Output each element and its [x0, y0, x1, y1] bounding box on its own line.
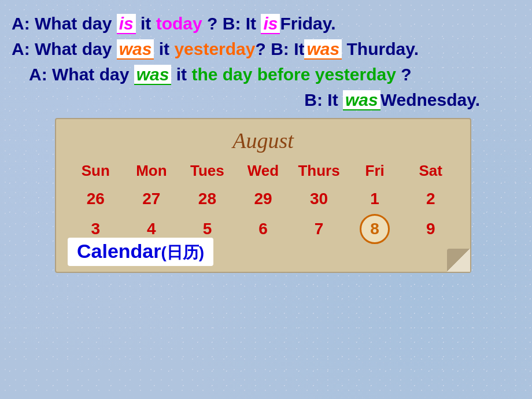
keyword-yesterday: yesterday	[174, 39, 255, 58]
line4-suffix1: Wednesday.	[380, 90, 480, 109]
cal-day-6: 6	[235, 215, 291, 243]
cal-day-2: 2	[402, 185, 459, 213]
fill-was-3: was	[134, 65, 172, 85]
main-content: A: What day is it today ? B: It isFriday…	[0, 0, 532, 279]
calendar-wrapper: August Sun Mon Tues Wed Thurs Fri Sat 26…	[55, 118, 471, 273]
line2-suffix2: Thurday.	[342, 39, 419, 58]
dialog-section: A: What day is it today ? B: It isFriday…	[12, 12, 515, 112]
line1-middle1: it	[136, 14, 156, 33]
cal-day-7: 7	[291, 215, 347, 243]
keyword-daybefore: the day before yesterday	[191, 65, 396, 84]
line2-suffix1: ? B: It	[256, 39, 305, 58]
line1-prefix: A: What day	[12, 14, 117, 33]
calendar-grid: Sun Mon Tues Wed Thurs Fri Sat 26 27 28 …	[68, 159, 459, 243]
calendar-label: Calendar(日历)	[68, 238, 213, 266]
cal-day-1: 1	[347, 185, 403, 213]
calendar-title: August	[68, 128, 459, 153]
fill-was-2: was	[304, 39, 342, 60]
calendar-label-english: Calendar	[77, 240, 161, 262]
line2-middle1: it	[154, 39, 174, 58]
cal-day-30: 30	[291, 185, 347, 213]
calendar-label-text: Calendar(日历)	[77, 240, 204, 262]
calendar: August Sun Mon Tues Wed Thurs Fri Sat 26…	[55, 118, 471, 273]
calendar-label-chinese: (日历)	[161, 243, 205, 261]
dialog-line-3: A: What day was it the day before yester…	[12, 62, 515, 87]
cal-day-27: 27	[124, 185, 180, 213]
cal-header-sat: Sat	[402, 159, 459, 183]
cal-day-9: 9	[402, 215, 459, 243]
line1-suffix2: Friday.	[280, 14, 335, 33]
dialog-line-4: B: It wasWednesday.	[12, 88, 515, 112]
line2-prefix: A: What day	[12, 39, 117, 58]
line3-middle1: it	[171, 65, 191, 84]
keyword-today: today	[156, 14, 202, 33]
fill-was-4: was	[343, 90, 380, 110]
fill-is-2: is	[261, 14, 280, 34]
dialog-line-1: A: What day is it today ? B: It isFriday…	[12, 12, 515, 36]
dialog-line-2: A: What day was it yesterday? B: Itwas T…	[12, 37, 515, 61]
fill-was-1: was	[117, 39, 154, 60]
line3-prefix: A: What day	[29, 65, 134, 84]
cal-header-wed: Wed	[235, 159, 291, 183]
cal-header-fri: Fri	[347, 159, 403, 183]
cal-header-mon: Mon	[124, 159, 180, 183]
cal-day-26: 26	[68, 185, 124, 213]
cal-header-thurs: Thurs	[291, 159, 347, 183]
cal-day-28: 28	[179, 185, 235, 213]
cal-header-tues: Tues	[179, 159, 235, 183]
cal-day-29: 29	[235, 185, 291, 213]
cal-day-8: 8	[347, 215, 403, 243]
line3-suffix1: ?	[396, 65, 412, 84]
line4-prefix: B: It	[304, 90, 343, 109]
line1-suffix1: ? B: It	[202, 14, 261, 33]
fill-is-1: is	[117, 14, 136, 34]
cal-header-sun: Sun	[68, 159, 124, 183]
